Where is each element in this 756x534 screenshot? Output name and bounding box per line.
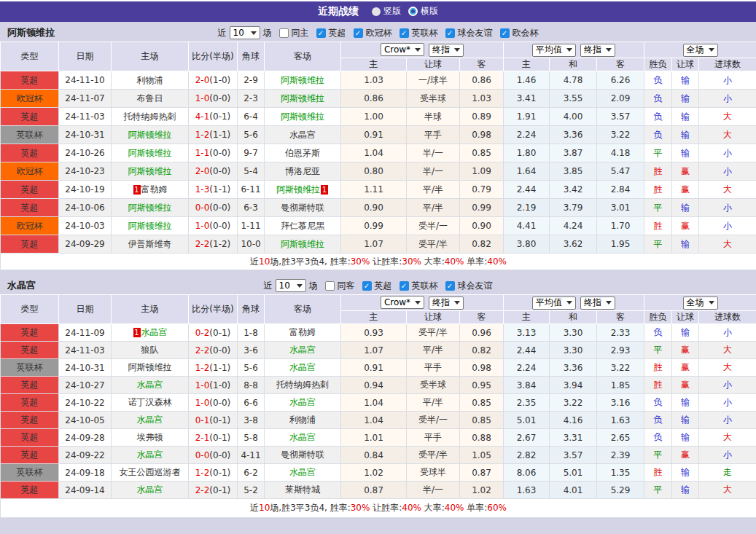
layout-radio-vertical[interactable]: 竖版	[372, 5, 401, 17]
final-odds-select[interactable]: 终指	[580, 297, 615, 310]
average-select[interactable]: 平均值	[532, 44, 576, 57]
avg-away-odds-cell: 5.47	[597, 162, 644, 181]
corner-count-cell: 3-6	[238, 342, 265, 359]
win-draw-loss-cell: 负	[644, 108, 672, 126]
full-time-score: 2-2	[195, 485, 210, 495]
summary-text: 近	[250, 256, 259, 267]
summary-stat-value: 10	[259, 256, 270, 267]
away-team-name: 伯恩茅斯	[285, 148, 320, 158]
league-filter-checkbox[interactable]: ✓	[400, 28, 409, 38]
goals-result-cell: 大	[699, 181, 756, 199]
filter-bar: 近10场同客✓英超✓英联杯✓球会友谊	[0, 277, 756, 294]
home-team-name: 阿斯顿维拉	[128, 362, 172, 372]
avg-home-odds-cell: 4.41	[504, 217, 550, 235]
avg-home-odds-cell: 2.24	[504, 359, 550, 377]
full-time-score: 1-2	[195, 468, 210, 478]
league-filter-checkbox[interactable]: ✓	[316, 28, 326, 38]
score-cell: 2-0(1-0)	[189, 71, 238, 90]
win-draw-loss-cell: 胜	[644, 359, 672, 377]
league-filter-checkbox[interactable]: ✓	[445, 281, 455, 291]
column-header-date: 日期	[59, 42, 112, 71]
match-count-select[interactable]: 10	[230, 26, 260, 39]
bookmaker-select[interactable]: Crow*	[381, 296, 424, 309]
match-row: 英超24-10-27水晶宫1-0(1-0)8-8托特纳姆热刺0.94受半球0.9…	[1, 377, 756, 394]
filter-near-label: 近	[218, 27, 227, 39]
home-odds-cell: 1.00	[341, 108, 407, 126]
full-time-score: 2-1	[195, 433, 210, 443]
win-draw-loss-cell: 胜	[644, 217, 672, 235]
final-odds-select-value: 终指	[584, 44, 601, 56]
score-cell: 0-0(0-0)	[189, 447, 238, 464]
away-odds-cell: 0.95	[460, 377, 504, 394]
full-time-score: 0-2	[195, 328, 210, 338]
full-time-score: 1-2	[195, 363, 210, 373]
half-time-score: (0-0)	[209, 203, 230, 213]
full-time-score: 2-2	[195, 345, 210, 356]
match-date-cell: 24-09-18	[59, 464, 112, 482]
league-filter-checkbox[interactable]: ✓	[445, 28, 455, 38]
match-row: 英超24-10-26阿斯顿维拉1-1(0-0)9-7伯恩茅斯1.04半/一0.8…	[1, 144, 756, 162]
same-venue-checkbox[interactable]	[325, 281, 335, 291]
chevron-down-icon	[454, 48, 460, 52]
away-team-cell: 水晶宫	[265, 126, 341, 144]
away-team-cell: 托特纳姆热刺	[265, 377, 341, 394]
bookmaker-select[interactable]: Crow*	[381, 43, 424, 56]
sub-column-header: 主	[341, 58, 407, 71]
sub-column-header: 让球	[407, 311, 460, 324]
home-team-name: 阿斯顿维拉	[128, 130, 172, 140]
win-draw-loss-cell: 平	[644, 482, 672, 499]
summary-text: 让胜率:	[370, 256, 402, 267]
corner-count-cell: 5-8	[238, 429, 265, 447]
home-team-cell: 阿斯顿维拉	[112, 199, 189, 217]
same-venue-label: 同主	[292, 27, 309, 39]
match-date-cell: 24-11-09	[59, 324, 112, 342]
league-type-cell: 英超	[1, 482, 59, 499]
final-odds-select[interactable]: 终指	[580, 44, 615, 57]
fulltime-select[interactable]: 全场	[683, 297, 718, 310]
match-count-select[interactable]: 10	[276, 279, 306, 292]
summary-stat-value: 40%	[487, 256, 507, 267]
bookmaker-select-value: Crow*	[384, 44, 410, 55]
home-team-name: 阿斯顿维拉	[128, 166, 172, 176]
summary-stat-value: 40%	[445, 503, 464, 513]
league-filter-checkbox[interactable]: ✓	[400, 281, 409, 291]
column-header-score: 比分(半场)	[189, 42, 238, 71]
home-odds-cell: 0.91	[341, 359, 407, 377]
average-select[interactable]: 平均值	[532, 297, 576, 310]
avg-away-odds-cell: 1.70	[597, 217, 644, 235]
away-team-name: 阿斯顿维拉	[276, 184, 320, 195]
avg-away-odds-cell: 2.39	[597, 447, 644, 464]
league-filter-checkbox[interactable]: ✓	[500, 28, 510, 38]
fulltime-select[interactable]: 全场	[683, 44, 718, 57]
league-filter-checkbox[interactable]: ✓	[354, 28, 363, 38]
chevron-down-icon	[709, 301, 714, 305]
avg-draw-odds-cell: 3.87	[550, 144, 597, 162]
layout-radio-horizontal[interactable]: 横版	[408, 5, 438, 17]
average-select-value: 平均值	[536, 44, 562, 56]
avg-away-odds-cell: 3.22	[597, 126, 644, 144]
chevron-down-icon	[606, 48, 612, 52]
score-cell: 1-1(0-0)	[189, 144, 238, 162]
final-odds-select[interactable]: 终指	[429, 44, 464, 57]
avg-home-odds-cell: 2.67	[504, 429, 550, 447]
league-type-cell: 英联杯	[1, 359, 59, 377]
sub-column-header: 客	[460, 311, 504, 324]
final-odds-select[interactable]: 终指	[429, 297, 464, 310]
goals-result-cell: 小	[699, 447, 756, 464]
summary-text: 让胜率:	[370, 503, 402, 513]
away-team-cell: 水晶宫	[265, 342, 341, 359]
home-odds-cell: 0.87	[341, 482, 407, 499]
match-date-cell: 24-10-03	[59, 217, 112, 235]
avg-draw-odds-cell: 4.01	[550, 482, 597, 499]
summary-stat-value: 30%	[351, 256, 370, 267]
away-team-name: 拜仁慕尼黑	[281, 221, 324, 231]
avg-home-odds-cell: 2.82	[504, 447, 550, 464]
win-draw-loss-cell: 胜	[644, 377, 672, 394]
chevron-down-icon	[415, 48, 421, 52]
match-date-cell: 24-10-05	[59, 412, 112, 429]
league-filter-checkbox[interactable]: ✓	[362, 281, 372, 291]
same-venue-checkbox[interactable]	[279, 28, 289, 38]
corner-count-cell: 1-11	[238, 217, 265, 235]
home-odds-cell: 0.80	[341, 162, 407, 181]
full-time-score: 1-3	[195, 184, 210, 195]
